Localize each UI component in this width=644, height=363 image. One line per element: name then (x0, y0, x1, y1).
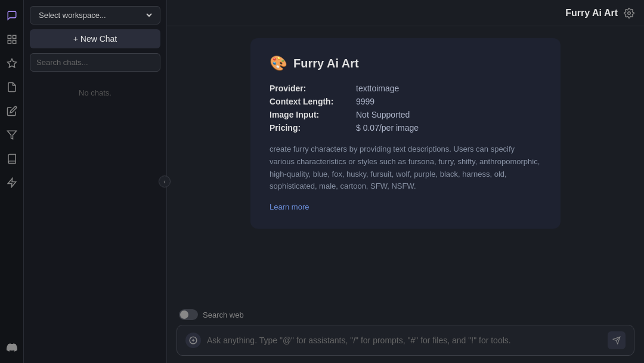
left-panel: Select workspace... + New Chat No chats.… (24, 0, 167, 363)
card-emoji: 🎨 (270, 55, 287, 72)
provider-label: Provider: (270, 84, 356, 93)
image-input-value: Not Supported (356, 110, 410, 119)
search-web-row: Search web (177, 309, 634, 320)
file-nav-icon[interactable] (2, 78, 21, 97)
search-web-label: Search web (203, 310, 244, 319)
workspace-dropdown[interactable]: Select workspace... (36, 10, 154, 20)
search-chats-input[interactable] (30, 53, 160, 72)
grid-nav-icon[interactable] (2, 30, 21, 49)
pricing-row: Pricing: $ 0.07/per image (270, 123, 541, 133)
book-nav-icon[interactable] (2, 149, 21, 168)
search-web-toggle[interactable] (179, 309, 198, 320)
magic-nav-icon[interactable] (2, 54, 21, 73)
card-title: 🎨 Furry Ai Art (270, 55, 541, 72)
pricing-label: Pricing: (270, 123, 356, 133)
attach-button[interactable] (185, 333, 201, 348)
collapse-panel-button[interactable]: ‹ (159, 176, 171, 187)
chat-input[interactable] (207, 336, 602, 345)
new-chat-button[interactable]: + New Chat (30, 29, 160, 48)
svg-rect-0 (8, 35, 11, 38)
main-area: Furry Ai Art 🎨 Furry Ai Art Provider: te… (167, 0, 644, 363)
chat-nav-icon[interactable] (2, 6, 21, 25)
image-input-row: Image Input: Not Supported (270, 110, 541, 119)
bottom-bar: Search web (167, 304, 644, 363)
svg-marker-4 (7, 59, 16, 67)
image-input-label: Image Input: (270, 110, 356, 119)
filter-nav-icon[interactable] (2, 125, 21, 144)
provider-value: texttoimage (356, 84, 399, 93)
provider-row: Provider: texttoimage (270, 84, 541, 93)
learn-more-link[interactable]: Learn more (270, 202, 309, 211)
svg-rect-3 (13, 41, 16, 44)
context-length-row: Context Length: 9999 (270, 97, 541, 106)
svg-marker-6 (8, 179, 16, 187)
settings-icon[interactable] (624, 7, 634, 19)
no-chats-label: No chats. (30, 88, 160, 97)
header-title: Furry Ai Art (565, 8, 618, 19)
card-title-text: Furry Ai Art (293, 57, 359, 70)
header: Furry Ai Art (167, 0, 644, 26)
workspace-selector[interactable]: Select workspace... (30, 6, 160, 24)
svg-rect-2 (8, 41, 11, 44)
edit-nav-icon[interactable] (2, 101, 21, 121)
svg-marker-5 (7, 131, 16, 139)
pricing-value: $ 0.07/per image (356, 123, 419, 133)
context-length-label: Context Length: (270, 97, 356, 106)
content-area: 🎨 Furry Ai Art Provider: texttoimage Con… (167, 26, 644, 304)
info-table: Provider: texttoimage Context Length: 99… (270, 84, 541, 133)
info-card: 🎨 Furry Ai Art Provider: texttoimage Con… (250, 38, 561, 229)
svg-rect-1 (13, 35, 16, 38)
description-text: create furry characters by providing tex… (270, 143, 541, 193)
input-box (177, 325, 634, 356)
bolt-nav-icon[interactable] (2, 173, 21, 192)
discord-nav-icon[interactable] (2, 338, 21, 357)
toggle-knob (180, 310, 188, 319)
svg-point-7 (628, 12, 631, 15)
send-button[interactable] (608, 331, 626, 349)
icon-sidebar (0, 0, 24, 363)
context-length-value: 9999 (356, 97, 374, 106)
